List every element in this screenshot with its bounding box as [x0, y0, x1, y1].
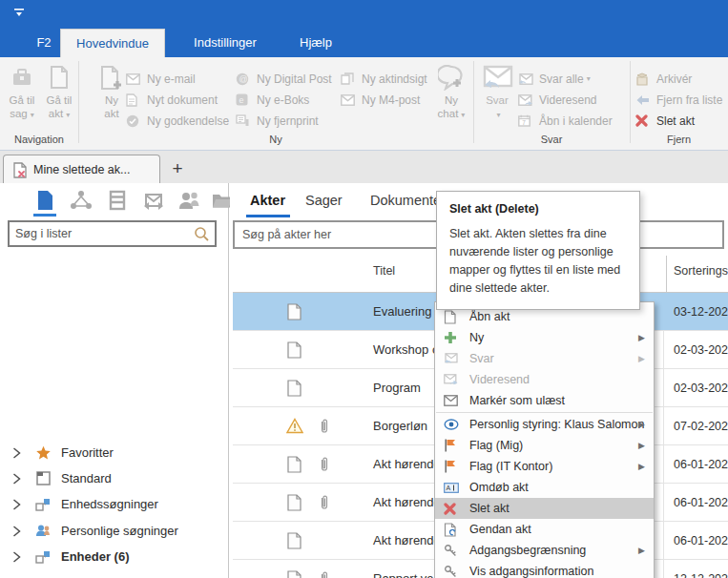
- ny-fjernprint-button[interactable]: Ny fjernprint: [236, 111, 319, 131]
- paperclip-icon: [319, 418, 330, 439]
- menu-item-vis-adgangsinformation[interactable]: Vis adgangsinformation: [435, 561, 654, 578]
- abn-i-kalender-button[interactable]: 7 Åbn i kalender: [518, 111, 613, 131]
- sidebar-search-input[interactable]: [15, 222, 187, 245]
- ga-til-akt-button[interactable]: Gå til akt▾: [39, 61, 79, 132]
- ny-email-button[interactable]: Ny e-mail: [126, 69, 196, 89]
- ny-digital-post-button[interactable]: @ Ny Digital Post: [236, 69, 332, 89]
- chevron-right-icon[interactable]: [12, 551, 27, 563]
- tab-hjaelp[interactable]: Hjælp: [282, 29, 349, 57]
- submenu-arrow-icon: ▶: [638, 354, 645, 363]
- chevron-right-icon[interactable]: [12, 473, 27, 485]
- active-tab-underline: [246, 215, 290, 217]
- sidebar-item-mapper[interactable]: Mapper: [0, 570, 228, 578]
- paperclip-icon: [319, 456, 330, 477]
- paperclip-icon: [319, 570, 330, 578]
- f2-main-window: F2 Hovedvindue Indstillinger Hjælp Gå ti…: [0, 0, 728, 578]
- warning-icon: [286, 418, 303, 438]
- svg-text:e: e: [239, 95, 244, 105]
- videresend-button[interactable]: Videresend: [518, 90, 597, 110]
- documents-nav-icon[interactable]: [33, 189, 56, 212]
- calendar-icon: 7: [518, 114, 534, 127]
- group-separator: [630, 61, 631, 143]
- org-network-icon[interactable]: [70, 189, 93, 212]
- search-icon: [194, 226, 210, 246]
- key-icon: [444, 565, 460, 578]
- menu-item-marker-som-ulaest[interactable]: Markér som ulæst: [435, 390, 654, 411]
- sidebar-item-favoritter[interactable]: Favoritter: [0, 440, 228, 465]
- chevron-right-icon[interactable]: [12, 499, 27, 510]
- tab-sager[interactable]: Sager: [305, 193, 343, 216]
- tab-mine-slettede-akter[interactable]: Mine slettede ak...: [3, 155, 160, 184]
- submenu-arrow-icon: ▶: [638, 546, 645, 555]
- column-header-sorteringsdato[interactable]: Sorterings: [674, 264, 728, 278]
- quick-access-toolbar-icon[interactable]: [13, 7, 25, 18]
- menu-item-ny[interactable]: Ny ▶: [435, 327, 654, 348]
- tab-hovedvindue[interactable]: Hovedvindue: [60, 29, 165, 57]
- sidebar-item-standard[interactable]: Standard: [0, 465, 228, 491]
- list-shelf-icon[interactable]: [106, 189, 129, 212]
- ny-godkendelse-button[interactable]: Ny godkendelse: [126, 111, 229, 131]
- fjern-fra-liste-button[interactable]: Fjern fra liste: [635, 90, 722, 110]
- remove-arrow-icon: [635, 94, 652, 106]
- menu-item-adgangsbegraensning[interactable]: Adgangsbegrænsning ▶: [435, 540, 654, 561]
- document-icon: [286, 341, 302, 362]
- check-circle-icon: [126, 114, 142, 128]
- chevron-right-icon[interactable]: [12, 447, 27, 459]
- people-icon[interactable]: [177, 189, 200, 212]
- slet-akt-button[interactable]: Slet akt: [635, 111, 695, 131]
- document-tab-bar: Mine slettede ak... +: [0, 150, 728, 183]
- sidebar-item-personlige-sogninger[interactable]: Personlige søgninger: [0, 518, 228, 544]
- group-separator: [473, 61, 474, 143]
- tab-indstillinger[interactable]: Indstillinger: [177, 29, 273, 57]
- group-label-svar: Svar: [473, 134, 630, 147]
- menu-item-videresend[interactable]: Videresend: [435, 369, 654, 390]
- reply-envelope-icon: [444, 353, 460, 364]
- menu-item-flag-it-kontor[interactable]: Flag (IT Kontor) ▶: [435, 456, 654, 477]
- svg-text:7: 7: [522, 119, 526, 126]
- active-nav-underline: [33, 214, 56, 217]
- menu-item-gendan-akt[interactable]: Gendan akt: [435, 519, 654, 540]
- delete-x-icon: [635, 114, 652, 127]
- new-tab-button[interactable]: +: [162, 155, 193, 184]
- tab-akter[interactable]: Akter: [250, 193, 285, 216]
- forward-envelope-icon: [444, 374, 460, 385]
- archive-box-icon: [635, 72, 652, 86]
- column-header-titel[interactable]: Titel: [373, 264, 395, 278]
- tab-dokumenter[interactable]: Dokumenter: [370, 193, 446, 216]
- arkiver-button[interactable]: Arkivér: [635, 69, 692, 89]
- ribbon-tab-bar: F2 Hovedvindue Indstillinger Hjælp: [0, 29, 728, 57]
- svar-button[interactable]: Svar ▾: [477, 61, 517, 132]
- mail-move-icon[interactable]: [142, 189, 165, 212]
- deleted-document-icon: [12, 162, 27, 178]
- eboks-icon: e: [236, 93, 252, 106]
- menu-item-flag-mig[interactable]: Flag (Mig) ▶: [435, 435, 654, 456]
- nyt-dokument-button[interactable]: Nyt dokument: [126, 90, 218, 110]
- column-divider: [666, 256, 667, 292]
- svg-text:A: A: [447, 485, 451, 491]
- menu-item-personlig-styring[interactable]: Personlig styring: Klaus Salomon ▶: [435, 414, 654, 435]
- document-icon: [286, 380, 302, 401]
- org-units-icon: [34, 498, 52, 511]
- ny-aktindsigt-button[interactable]: Ny aktindsigt: [341, 69, 427, 89]
- svg-text:@: @: [239, 74, 247, 84]
- chevron-right-icon[interactable]: [12, 526, 27, 537]
- menu-item-slet-akt[interactable]: Slet akt: [435, 498, 654, 519]
- document-lines-icon: [126, 93, 142, 107]
- reply-envelope-icon: [477, 61, 517, 93]
- sidebar-item-enheder[interactable]: Enheder (6): [0, 544, 228, 569]
- standard-list-icon: [34, 471, 52, 485]
- eboks-icon-button[interactable]: e Ny e-Boks: [236, 90, 309, 110]
- paperclip-icon: [319, 494, 330, 515]
- menu-item-omdob-akt[interactable]: A Omdøb akt: [435, 477, 654, 498]
- svar-alle-button[interactable]: Svar alle▾: [518, 69, 591, 89]
- plus-icon: [444, 331, 460, 344]
- ny-m4-post-button[interactable]: Ny M4-post: [341, 90, 420, 110]
- document-icon: [444, 310, 460, 324]
- ny-chat-button[interactable]: Ny chat▾: [431, 61, 471, 132]
- group-label-fjern: Fjern: [630, 134, 728, 147]
- sidebar-item-enhedssogninger[interactable]: Enhedssøgninger: [0, 491, 228, 517]
- tooltip-body: Slet akt. Akten slettes fra dine nuværen…: [449, 225, 627, 298]
- ga-til-sag-button[interactable]: Gå til sag▾: [2, 61, 42, 132]
- menu-item-svar[interactable]: Svar ▶: [435, 348, 654, 369]
- key-icon: [444, 544, 460, 557]
